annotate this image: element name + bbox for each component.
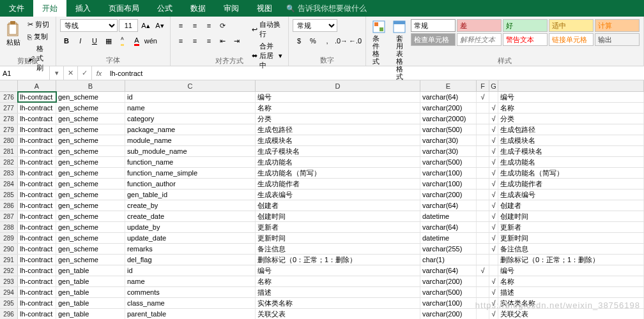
- border-button[interactable]: ▦: [102, 34, 115, 47]
- cell[interactable]: [477, 222, 489, 232]
- cell[interactable]: gen_table: [56, 309, 125, 319]
- paste-button[interactable]: 粘贴: [4, 19, 23, 47]
- style-差[interactable]: 差: [457, 19, 502, 32]
- cell[interactable]: [477, 255, 489, 265]
- style-检查单元格[interactable]: 检查单元格: [411, 33, 456, 46]
- cell[interactable]: lh-contract: [18, 124, 56, 135]
- cell[interactable]: varchar(2000): [420, 114, 477, 124]
- cell[interactable]: gen_scheme: [56, 211, 125, 221]
- cell[interactable]: [489, 255, 498, 265]
- cell[interactable]: gen_scheme: [56, 124, 125, 135]
- cell[interactable]: datetime: [420, 211, 477, 221]
- cell[interactable]: 关联父表: [498, 309, 644, 319]
- cell[interactable]: varchar(200): [420, 309, 477, 319]
- cell[interactable]: name: [125, 276, 256, 286]
- cell[interactable]: [477, 103, 489, 113]
- cell[interactable]: gen_scheme: [56, 222, 125, 232]
- cell[interactable]: 生成功能名: [498, 157, 644, 167]
- cell[interactable]: id: [125, 92, 256, 102]
- row-header[interactable]: 289: [0, 233, 18, 243]
- cell[interactable]: comments: [125, 287, 256, 297]
- cell[interactable]: 备注信息: [256, 244, 420, 254]
- style-输出[interactable]: 输出: [595, 33, 640, 46]
- cell[interactable]: 分类: [256, 114, 420, 124]
- cancel-formula-button[interactable]: ✕: [64, 66, 78, 80]
- col-header-D[interactable]: D: [256, 80, 420, 91]
- italic-button[interactable]: I: [74, 34, 87, 47]
- dec-decimal-button[interactable]: ←.0: [349, 34, 362, 47]
- cell[interactable]: varchar(200): [420, 189, 477, 200]
- cell[interactable]: varchar(30): [420, 146, 477, 156]
- cell[interactable]: 生成功能作者: [256, 179, 420, 189]
- cell[interactable]: √: [489, 287, 498, 297]
- cell[interactable]: varchar(500): [420, 124, 477, 135]
- orientation-button[interactable]: ⟳: [217, 19, 229, 32]
- cell[interactable]: [477, 200, 489, 211]
- row-header[interactable]: 290: [0, 244, 18, 254]
- col-header-G[interactable]: G: [489, 80, 498, 91]
- cell[interactable]: varchar(64): [420, 222, 477, 232]
- tab-审阅[interactable]: 审阅: [215, 0, 248, 17]
- cell[interactable]: 创建时间: [256, 211, 420, 221]
- row-header[interactable]: 286: [0, 200, 18, 211]
- row-header[interactable]: 284: [0, 179, 18, 189]
- row-header[interactable]: 291: [0, 255, 18, 265]
- cell[interactable]: [477, 276, 489, 286]
- cell[interactable]: gen_scheme: [56, 92, 125, 102]
- comma-button[interactable]: ,: [321, 34, 334, 47]
- cell[interactable]: √: [489, 103, 498, 113]
- row-header[interactable]: 294: [0, 287, 18, 297]
- indent-dec-button[interactable]: ⇤: [217, 34, 229, 47]
- cell[interactable]: [477, 179, 489, 189]
- cell[interactable]: gen_table: [56, 287, 125, 297]
- row-header[interactable]: 285: [0, 189, 18, 200]
- cell[interactable]: 名称: [498, 103, 644, 113]
- cell[interactable]: [477, 114, 489, 124]
- indent-inc-button[interactable]: ⇥: [231, 34, 243, 47]
- cell[interactable]: gen_table_id: [125, 189, 256, 200]
- cell[interactable]: lh-contract: [18, 103, 56, 113]
- cell[interactable]: √: [489, 124, 498, 135]
- cell[interactable]: function_author: [125, 179, 256, 189]
- cell[interactable]: gen_scheme: [56, 255, 125, 265]
- cell[interactable]: lh-contract: [18, 92, 56, 102]
- formula-input[interactable]: lh-contract: [106, 70, 644, 77]
- cell[interactable]: gen_scheme: [56, 157, 125, 167]
- cell[interactable]: √: [489, 244, 498, 254]
- cell[interactable]: lh-contract: [18, 211, 56, 221]
- tell-me-search[interactable]: 🔍告诉我你想要做什么: [286, 0, 367, 17]
- cell[interactable]: 名称: [256, 103, 420, 113]
- cell[interactable]: lh-contract: [18, 200, 56, 211]
- row-header[interactable]: 283: [0, 168, 18, 178]
- cell[interactable]: 生成功能名（简写）: [498, 168, 644, 178]
- cell[interactable]: 编号: [256, 92, 420, 102]
- cell[interactable]: varchar(100): [420, 179, 477, 189]
- style-适中[interactable]: 适中: [549, 19, 594, 32]
- style-解释性文本[interactable]: 解释性文本: [457, 33, 502, 46]
- cell[interactable]: name: [125, 103, 256, 113]
- cell[interactable]: create_by: [125, 200, 256, 211]
- cell[interactable]: varchar(100): [420, 298, 477, 308]
- cell[interactable]: category: [125, 114, 256, 124]
- cell[interactable]: 创建者: [498, 200, 644, 211]
- cell[interactable]: lh-contract: [18, 276, 56, 286]
- cell[interactable]: √: [489, 211, 498, 221]
- cell[interactable]: [489, 92, 498, 102]
- cell[interactable]: 生成包路径: [256, 124, 420, 135]
- cell[interactable]: gen_table: [56, 298, 125, 308]
- currency-button[interactable]: $: [293, 34, 305, 47]
- tab-开始[interactable]: 开始: [33, 0, 66, 17]
- inc-decimal-button[interactable]: .0→: [335, 34, 348, 47]
- cell[interactable]: 更新时间: [256, 233, 420, 243]
- align-center-button[interactable]: ≡: [188, 34, 201, 47]
- align-right-button[interactable]: ≡: [203, 34, 215, 47]
- font-family-select[interactable]: 等线: [60, 19, 118, 32]
- tab-插入[interactable]: 插入: [66, 0, 100, 17]
- cell[interactable]: 生成功能作者: [498, 179, 644, 189]
- font-color-button[interactable]: A: [130, 34, 143, 47]
- cell[interactable]: 生成子模块名: [256, 146, 420, 156]
- cell[interactable]: gen_scheme: [56, 135, 125, 145]
- cell[interactable]: √: [489, 179, 498, 189]
- cell[interactable]: varchar(64): [420, 92, 477, 102]
- cell[interactable]: 生成功能名（简写）: [256, 168, 420, 178]
